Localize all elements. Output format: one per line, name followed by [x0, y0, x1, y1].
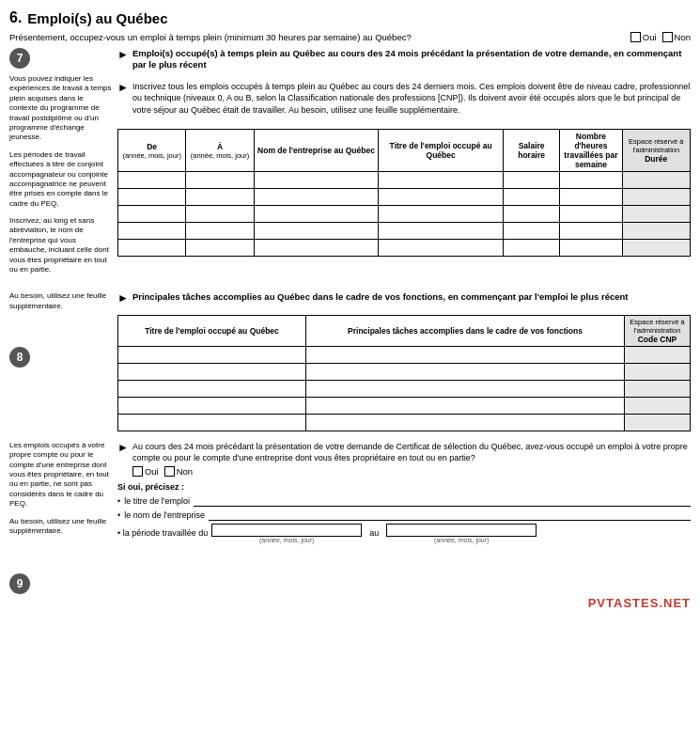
tasks-cell-cnp-1 — [625, 346, 691, 363]
cell-nom-1[interactable] — [254, 172, 379, 189]
cell-de-4[interactable] — [118, 223, 186, 240]
oui-label: Oui — [643, 32, 657, 42]
cell-de-1[interactable] — [118, 172, 186, 189]
cell-salaire-2[interactable] — [503, 189, 559, 206]
cell-de-5[interactable] — [118, 240, 186, 257]
tasks-cell-taches-2[interactable] — [306, 363, 625, 380]
nom-entreprise-row: • le nom de l'entreprise — [117, 509, 691, 521]
cell-heures-3[interactable] — [560, 206, 622, 223]
cell-a-4[interactable] — [186, 223, 254, 240]
cell-nom-2[interactable] — [254, 189, 379, 206]
main-content-area: ► Emploi(s) occupé(s) à temps plein au Q… — [117, 48, 691, 282]
bold-instruction: Emploi(s) occupé(s) à temps plein au Qué… — [132, 48, 691, 71]
sidebar-text-1: Vous pouvez indiquer les expériences de … — [9, 74, 112, 143]
titre-emploi-input[interactable] — [194, 495, 691, 507]
bottom-question-text: Au cours des 24 mois précédant la présen… — [132, 441, 691, 464]
tasks-cell-taches-4[interactable] — [306, 397, 625, 414]
table-row — [118, 240, 691, 257]
cell-de-2[interactable] — [118, 189, 186, 206]
cell-salaire-1[interactable] — [503, 172, 559, 189]
normal-instruction: Inscrivez tous les emplois occupés à tem… — [132, 81, 691, 117]
bullet-1: • — [117, 496, 120, 506]
cell-duree-5 — [622, 240, 690, 257]
arrow-icon-1: ► — [117, 48, 129, 61]
th-nom-label: Nom de l'entreprise au Québec — [257, 146, 376, 155]
table-row — [118, 380, 691, 397]
th-titre-emploi-label: Titre de l'emploi occupé au Québec — [121, 326, 303, 336]
tasks-cell-taches-3[interactable] — [306, 380, 625, 397]
cell-a-3[interactable] — [186, 206, 254, 223]
periode-end-input[interactable] — [386, 524, 537, 537]
tasks-cell-cnp-3 — [625, 380, 691, 397]
cell-heures-5[interactable] — [560, 240, 622, 257]
tasks-cell-taches-1[interactable] — [306, 346, 625, 363]
bottom-oui-label: Oui — [145, 466, 159, 477]
table-row — [118, 172, 691, 189]
cell-titre-5[interactable] — [379, 240, 504, 257]
watermark-suffix: .NET — [659, 596, 691, 610]
cell-titre-2[interactable] — [379, 189, 504, 206]
cell-a-1[interactable] — [186, 172, 254, 189]
th-salaire: Salaire horaire — [503, 130, 559, 172]
cell-salaire-4[interactable] — [503, 223, 559, 240]
oui-option[interactable]: Oui — [630, 32, 657, 42]
periode-row: • la période travaillée du (année, mois,… — [117, 524, 691, 543]
bottom-content: ► Au cours des 24 mois précédant la prés… — [117, 441, 691, 595]
th-de-label: De — [121, 142, 182, 151]
cell-nom-5[interactable] — [254, 240, 379, 257]
cell-duree-3 — [622, 206, 690, 223]
tasks-cell-titre-1[interactable] — [118, 346, 306, 363]
th-cnp: Espace réservé à l'administration Code C… — [625, 315, 691, 346]
sidebar-text-2: Les périodes de travail effectuées à tit… — [9, 150, 112, 209]
oui-checkbox[interactable] — [630, 32, 641, 42]
tasks-section: Au besoin, utilisez une feuille suppléme… — [9, 291, 691, 431]
sidebar-left: 7 Vous pouvez indiquer les expériences d… — [9, 48, 117, 282]
th-taches: Principales tâches accomplies dans le ca… — [306, 315, 625, 346]
bottom-non-option[interactable]: Non — [164, 466, 193, 477]
tasks-cell-titre-5[interactable] — [118, 414, 306, 431]
non-checkbox[interactable] — [662, 32, 673, 42]
non-option[interactable]: Non — [662, 32, 691, 42]
bottom-non-label: Non — [177, 466, 193, 477]
table-row — [118, 346, 691, 363]
cell-salaire-3[interactable] — [503, 206, 559, 223]
cell-heures-4[interactable] — [560, 223, 622, 240]
nom-entreprise-input[interactable] — [209, 509, 691, 521]
cell-salaire-5[interactable] — [503, 240, 559, 257]
tasks-cell-cnp-2 — [625, 363, 691, 380]
tasks-cell-taches-5[interactable] — [306, 414, 625, 431]
tasks-content: ► Principales tâches accomplies au Québe… — [117, 291, 691, 431]
th-heures-label: Nombre d'heures travaillées par semaine — [563, 132, 618, 169]
section-number: 6. — [9, 9, 22, 26]
cell-heures-2[interactable] — [560, 189, 622, 206]
tasks-cell-titre-3[interactable] — [118, 380, 306, 397]
cell-heures-1[interactable] — [560, 172, 622, 189]
bottom-sidebar-text-2: Au besoin, utilisez une feuille suppléme… — [9, 517, 112, 537]
tasks-instruction: Principales tâches accomplies au Québec … — [132, 291, 629, 303]
bottom-non-checkbox[interactable] — [164, 466, 175, 477]
cell-nom-3[interactable] — [254, 206, 379, 223]
titre-emploi-row: • le titre de l'emploi — [117, 495, 691, 507]
cell-titre-1[interactable] — [379, 172, 504, 189]
cell-a-2[interactable] — [186, 189, 254, 206]
watermark-text: PVTASTES — [588, 596, 660, 610]
cell-titre-3[interactable] — [379, 206, 504, 223]
circle-9: 9 — [9, 573, 30, 594]
table-row — [118, 414, 691, 431]
arrow-icon-3: ► — [117, 291, 129, 305]
cell-titre-4[interactable] — [379, 223, 504, 240]
bottom-oui-option[interactable]: Oui — [132, 466, 159, 477]
bottom-question-row: ► Au cours des 24 mois précédant la prés… — [117, 441, 691, 477]
bottom-oui-checkbox[interactable] — [132, 466, 143, 477]
cell-nom-4[interactable] — [254, 223, 379, 240]
th-a-label: À — [189, 142, 250, 151]
circle-8: 8 — [9, 347, 30, 368]
tasks-cell-titre-2[interactable] — [118, 363, 306, 380]
tasks-cell-titre-4[interactable] — [118, 397, 306, 414]
non-label: Non — [675, 32, 691, 42]
cell-a-5[interactable] — [186, 240, 254, 257]
periode-start-input[interactable] — [211, 524, 362, 537]
periode-label: • la période travaillée du — [117, 528, 208, 538]
cell-de-3[interactable] — [118, 206, 186, 223]
tasks-sidebar-text: Au besoin, utilisez une feuille suppléme… — [9, 291, 112, 311]
